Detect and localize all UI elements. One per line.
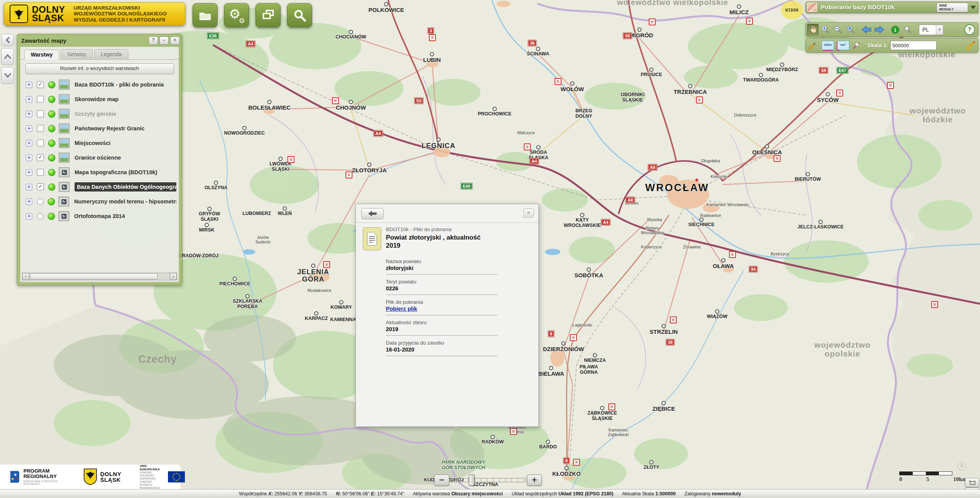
help-button[interactable]: ? (964, 24, 975, 35)
bdot-download-marker[interactable]: ≡ (887, 82, 894, 89)
expand-layer-icon[interactable]: + (26, 96, 32, 103)
layer-label[interactable]: Miejscowości (75, 140, 110, 146)
expand-layer-icon[interactable]: + (26, 82, 32, 88)
bdot-download-marker[interactable]: ≡ (287, 156, 294, 163)
popup-close-button[interactable]: × (523, 208, 534, 218)
layer-visibility-checkbox[interactable]: ✓ (37, 154, 44, 161)
bdot-download-marker[interactable]: ≡ (931, 301, 938, 308)
layer-label[interactable]: Szczyty górskie (75, 111, 116, 117)
expand-layer-icon[interactable]: + (26, 198, 32, 205)
bdot-download-marker[interactable]: ≡ (429, 34, 436, 41)
zoom-slider-track[interactable] (450, 478, 526, 482)
layer-radio[interactable] (37, 213, 43, 220)
horizontal-scrollbar[interactable]: ‹ › (22, 273, 177, 280)
expand-layer-icon[interactable]: + (26, 184, 32, 190)
panel-minimize-button[interactable]: – (159, 37, 169, 45)
measure-distance-button[interactable]: 100m (822, 41, 834, 50)
layer-visibility-checkbox[interactable] (37, 125, 44, 132)
bdot-download-marker[interactable]: ≡ (696, 97, 703, 103)
layer-label[interactable]: Skorowidze map (75, 96, 118, 102)
search-button[interactable] (287, 3, 312, 27)
download-file-link[interactable]: Pobierz plik (386, 306, 417, 312)
logout-button[interactable]: ✕ (964, 40, 976, 51)
layer-label[interactable]: Numeryczny model terenu - hipsometria (74, 198, 176, 205)
bdot-download-marker[interactable]: ≡ (524, 143, 531, 150)
settings-button[interactable]: ⚙⚙ (224, 3, 249, 27)
bdot-download-marker[interactable]: ≡ (573, 459, 580, 466)
expand-layer-icon[interactable]: + (26, 111, 32, 117)
other-modules-button[interactable]: INNE MODUŁY (937, 3, 968, 12)
clear-measure-button[interactable] (850, 40, 862, 51)
tab-serwisy[interactable]: Serwisy (61, 49, 93, 59)
windows-button[interactable] (256, 3, 281, 27)
layer-label[interactable]: Ortofotomapa 2014 (74, 213, 125, 219)
bdot-download-marker[interactable]: ≡ (774, 155, 781, 162)
tab-legenda[interactable]: Legenda (94, 49, 128, 59)
collapse-panel-button[interactable] (1, 34, 14, 46)
bdot-download-marker[interactable]: ≡ (836, 90, 843, 97)
zoom-out-tool-button[interactable] (832, 24, 844, 35)
bdot-download-marker[interactable]: ≡ (332, 97, 339, 104)
bdot-download-marker[interactable]: ≡ (555, 78, 561, 85)
expand-layer-icon[interactable]: + (26, 213, 32, 220)
scroll-right-arrow[interactable]: › (170, 273, 177, 280)
tab-warstwy[interactable]: Warstwy (24, 50, 59, 60)
layer-visibility-checkbox[interactable]: ✓ (37, 81, 44, 88)
bdot-download-marker[interactable]: ≡ (729, 251, 736, 258)
language-select[interactable]: PL ▼ (919, 25, 943, 35)
zoom-slider-handle[interactable] (469, 475, 475, 486)
expand-layer-icon[interactable]: + (26, 169, 32, 176)
next-view-button[interactable] (874, 24, 885, 35)
layer-visibility-checkbox[interactable] (37, 96, 44, 103)
layer-label[interactable]: Baza Danych Obiektów Ogólnogeograficznyc (75, 182, 176, 192)
chevron-up-icon (4, 54, 11, 59)
bdot-download-marker[interactable]: ≡ (670, 316, 677, 323)
identify-tool-button[interactable]: i (889, 24, 901, 35)
previous-view-button[interactable] (861, 24, 872, 35)
layer-label[interactable]: Mapa topograficzna (BDOT10k) (75, 169, 157, 175)
full-extent-button[interactable] (845, 24, 857, 35)
city-dot (437, 138, 441, 142)
scale-input[interactable] (890, 41, 937, 50)
field-label: Teryt powiatu (386, 279, 509, 285)
layer-visibility-checkbox[interactable]: ✓ (37, 183, 44, 190)
scrollbar-thumb[interactable] (30, 273, 158, 280)
popup-back-button[interactable] (361, 208, 384, 219)
zoom-in-tool-button[interactable] (820, 24, 831, 35)
expand-layer-icon[interactable]: + (26, 140, 32, 147)
scroll-left-arrow[interactable]: ‹ (22, 273, 29, 280)
layer-visibility-checkbox[interactable] (37, 169, 44, 176)
layer-label[interactable]: Granice ościenne (75, 155, 121, 161)
panel-help-button[interactable]: ? (149, 37, 158, 45)
layer-radio[interactable] (37, 198, 43, 205)
panel-close-button[interactable]: × (170, 37, 179, 45)
open-project-button[interactable] (193, 3, 218, 27)
field-label: Aktualność zbioru (386, 320, 509, 325)
bdot-download-marker[interactable]: ≡ (608, 403, 615, 410)
layer-visibility-checkbox[interactable] (37, 110, 44, 117)
expand-layer-icon[interactable]: + (26, 125, 32, 132)
measure-area-button[interactable]: km² (837, 41, 849, 50)
draw-tool-button[interactable] (807, 40, 819, 51)
expand-layer-icon[interactable]: + (26, 155, 32, 161)
zoom-out-button[interactable]: − (434, 475, 449, 486)
scroll-up-button[interactable] (1, 48, 14, 65)
bdot-download-marker[interactable]: ≡ (649, 18, 656, 25)
zoom-in-button[interactable]: + (527, 475, 542, 486)
layer-visibility-checkbox[interactable] (37, 140, 44, 147)
bdot-download-marker[interactable]: ≡ (345, 172, 352, 178)
bdot-download-marker[interactable]: ≡ (570, 334, 577, 341)
scroll-down-button[interactable] (1, 67, 14, 84)
layer-label[interactable]: Baza BDOT10k - pliki do pobrania (75, 82, 164, 88)
view-badge[interactable]: WIDOK (781, 1, 803, 19)
search-feature-button[interactable] (902, 24, 914, 35)
pan-tool-button[interactable] (807, 24, 819, 35)
field-value: Pobierz plik (386, 306, 509, 312)
modules-dropdown-caret[interactable] (970, 6, 976, 12)
bdot-download-marker[interactable]: ≡ (746, 18, 753, 25)
bdot-download-marker[interactable]: ≡ (323, 261, 330, 268)
bdot-download-marker[interactable]: ≡ (510, 428, 517, 435)
layer-label[interactable]: Państwowy Rejestr Granic (75, 125, 145, 132)
overview-map-button[interactable] (965, 478, 979, 487)
expand-all-layers-button[interactable]: Rozwiń inf. o wszystkich warstwach (25, 63, 174, 74)
